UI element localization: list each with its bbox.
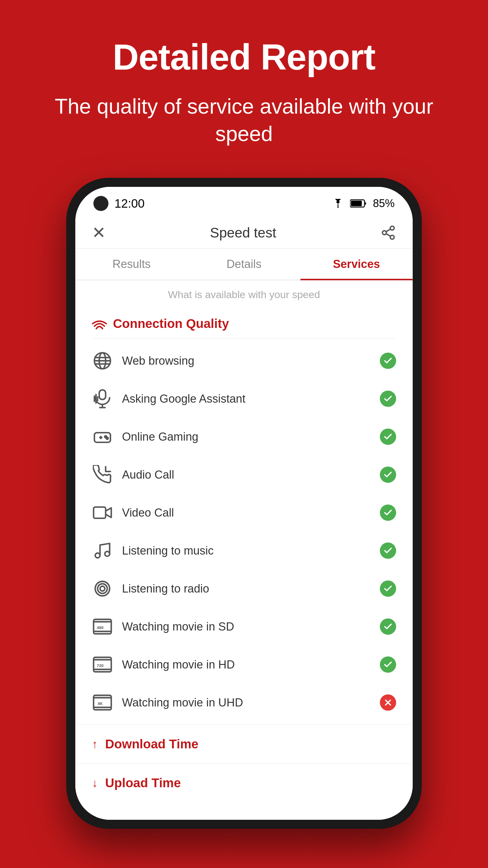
camera-dot	[93, 196, 108, 211]
service-name: Audio Call	[122, 468, 371, 481]
status-ok-icon	[380, 429, 396, 445]
status-ok-icon	[380, 352, 396, 369]
service-name: Asking Google Assistant	[122, 393, 371, 405]
list-item: Web browsing	[75, 342, 413, 380]
status-bar: 12:00 85%	[75, 187, 413, 217]
wifi-icon	[332, 199, 344, 208]
service-name: Watching movie in SD	[122, 620, 371, 633]
www-icon	[92, 350, 113, 371]
svg-point-23	[106, 437, 108, 439]
sd-icon: 480	[92, 616, 113, 637]
service-name: Watching movie in HD	[122, 658, 371, 671]
download-arrow-icon: ↑	[92, 738, 98, 751]
svg-rect-2	[351, 201, 362, 206]
svg-text:720: 720	[97, 663, 103, 668]
service-name: Watching movie in UHD	[122, 696, 371, 709]
status-ok-icon	[380, 391, 396, 407]
page-subtitle: The quality of service available with yo…	[24, 93, 464, 148]
list-item: Listening to music	[75, 532, 413, 569]
service-name: Video Call	[122, 506, 371, 519]
radio-icon	[92, 578, 113, 599]
list-item: Online Gaming	[75, 418, 413, 456]
status-fail-icon	[380, 694, 396, 711]
tab-details[interactable]: Details	[188, 249, 300, 280]
battery-percentage: 85%	[373, 197, 395, 210]
list-item: Video Call	[75, 494, 413, 532]
app-title: Speed test	[210, 224, 276, 241]
tab-services[interactable]: Services	[300, 249, 413, 280]
service-list: Web browsing	[75, 339, 413, 724]
phone-screen: 12:00 85% ✕	[75, 187, 413, 820]
status-ok-icon	[380, 467, 396, 483]
download-time-label: Download Time	[105, 737, 198, 751]
page-title: Detailed Report	[24, 36, 464, 78]
list-item: 720 Watching movie in HD	[75, 646, 413, 684]
svg-rect-13	[99, 390, 105, 400]
service-name: Listening to music	[122, 544, 371, 557]
status-ok-icon	[380, 618, 396, 635]
upload-time-row[interactable]: ↓ Upload Time	[75, 764, 413, 802]
status-ok-icon	[380, 581, 396, 597]
game-icon	[92, 426, 113, 447]
share-button[interactable]	[381, 225, 396, 241]
close-button[interactable]: ✕	[92, 223, 106, 242]
hd-icon: 720	[92, 654, 113, 675]
video-icon	[92, 502, 113, 523]
tab-results[interactable]: Results	[75, 249, 188, 280]
svg-line-7	[386, 229, 391, 232]
list-item: Audio Call	[75, 456, 413, 494]
connection-quality-header: Connection Quality	[75, 306, 413, 338]
status-time: 12:00	[115, 197, 144, 210]
tab-subtitle: What is available with your speed	[75, 280, 413, 306]
uhd-icon: 4K	[92, 692, 113, 713]
status-ok-icon	[380, 656, 396, 673]
list-item: 480 Watching movie in SD	[75, 608, 413, 646]
svg-line-6	[386, 234, 391, 236]
list-item: Asking Google Assistant	[75, 380, 413, 418]
list-item: Listening to radio	[75, 569, 413, 608]
svg-point-25	[95, 553, 100, 558]
app-bar: ✕ Speed test	[75, 217, 413, 249]
svg-point-0	[337, 206, 338, 208]
phone-icon	[92, 464, 113, 485]
list-item: 4K Watching movie in UHD	[75, 684, 413, 721]
phone-frame: 12:00 85% ✕	[66, 178, 422, 829]
service-name: Listening to radio	[122, 582, 371, 595]
upload-arrow-icon: ↓	[92, 777, 98, 789]
download-time-row[interactable]: ↑ Download Time	[75, 724, 413, 764]
battery-icon	[350, 199, 367, 208]
svg-point-27	[100, 586, 105, 591]
section-title: Connection Quality	[113, 316, 229, 331]
page-header: Detailed Report The quality of service a…	[0, 0, 488, 172]
music-icon	[92, 540, 113, 561]
content-area: Connection Quality	[75, 306, 413, 820]
svg-point-26	[105, 552, 110, 556]
status-ok-icon	[380, 504, 396, 521]
svg-text:4K: 4K	[98, 701, 103, 706]
svg-text:480: 480	[97, 625, 103, 630]
mic-icon	[92, 388, 113, 409]
signal-icon	[92, 317, 107, 330]
status-ok-icon	[380, 542, 396, 559]
service-name: Web browsing	[122, 354, 371, 367]
service-name: Online Gaming	[122, 430, 371, 443]
tabs-bar: Results Details Services	[75, 249, 413, 280]
upload-time-label: Upload Time	[105, 776, 181, 790]
svg-rect-24	[94, 507, 106, 518]
